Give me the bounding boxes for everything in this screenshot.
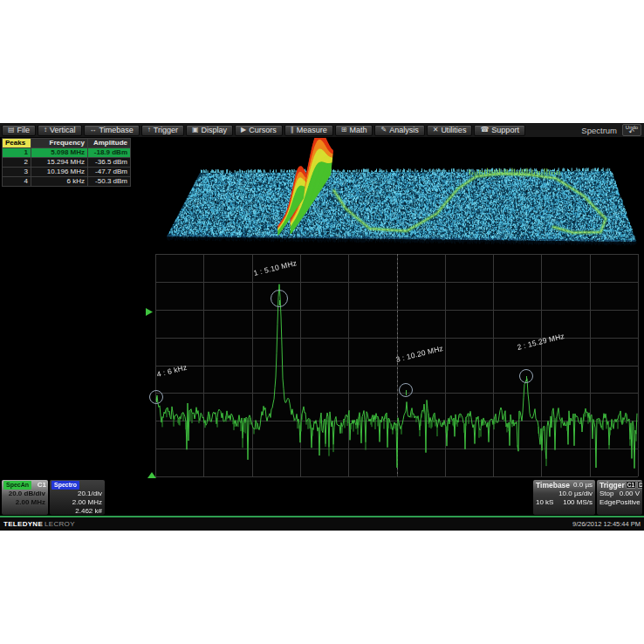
- table-row[interactable]: 2 15.294 MHz -36.5 dBm: [3, 158, 131, 168]
- brand-bold: TELEDYNE: [3, 520, 43, 528]
- specan-channel: C1: [38, 481, 46, 490]
- datetime-label: 9/26/2012 12:45:44 PM: [572, 520, 641, 528]
- menu-utilities[interactable]: ✕Utilities: [427, 125, 473, 136]
- menu-cursors[interactable]: ▶Cursors: [235, 125, 283, 136]
- menu-timebase[interactable]: ↔Timebase: [84, 125, 140, 136]
- status-bar: TELEDYNELECROY 9/26/2012 12:45:44 PM: [0, 516, 644, 531]
- math-icon: ⊞: [341, 127, 347, 134]
- undo-button[interactable]: Undo ↶: [622, 124, 641, 136]
- measure-icon: ∥: [291, 127, 294, 134]
- trigger-type: Edge: [599, 498, 616, 507]
- peak-frequency: 15.294 MHz: [31, 158, 88, 168]
- menu-display[interactable]: ▣Display: [186, 125, 233, 136]
- display-icon: ▣: [192, 127, 199, 134]
- support-icon: ☎: [480, 127, 489, 134]
- spectro-span: 2.00 MHz: [50, 498, 105, 507]
- peak-marker-3: [399, 383, 413, 397]
- spectro-frames: 2.462 k#: [50, 507, 105, 515]
- scope-screen: ▤File ↕Vertical ↔Timebase ↑Trigger ▣Disp…: [0, 123, 644, 531]
- peak-tick: [526, 376, 527, 381]
- peak-frequency: 10.196 MHz: [31, 168, 88, 177]
- amplitude-header-cell: Amplitude: [88, 139, 131, 148]
- menu-analysis-label: Analysis: [389, 126, 419, 134]
- menu-support-label: Support: [491, 126, 519, 134]
- peak-marker-4: [149, 390, 163, 404]
- frequency-header-cell: Frequency: [31, 139, 88, 148]
- menu-display-label: Display: [202, 126, 228, 134]
- trigger-source-badge: C1: [626, 481, 636, 489]
- timebase-scale: 10.0 µs/div: [533, 490, 595, 498]
- vertical-icon: ↕: [44, 127, 47, 134]
- peak-marker-2: [519, 369, 533, 383]
- table-row[interactable]: 4 6 kHz -50.3 dBm: [3, 177, 131, 187]
- trigger-level: 0.00 V: [620, 490, 640, 498]
- menu-file[interactable]: ▤File: [2, 125, 36, 136]
- menu-math[interactable]: ⊞Math: [335, 125, 373, 136]
- menu-vertical[interactable]: ↕Vertical: [38, 125, 82, 136]
- peak-number: 1: [3, 148, 31, 158]
- brand-logo: TELEDYNELECROY: [3, 520, 75, 528]
- cursors-icon: ▶: [241, 127, 246, 134]
- analysis-icon: ✎: [380, 127, 387, 134]
- trigger-slope: Positive: [616, 498, 641, 507]
- peak-marker-1: [271, 290, 288, 307]
- app-mode-label: Spectrum: [581, 126, 617, 135]
- trigger-coupling-badge: DC: [637, 481, 642, 489]
- timebase-icon: ↔: [90, 127, 97, 134]
- menu-bar: ▤File ↕Vertical ↔Timebase ↑Trigger ▣Disp…: [0, 123, 644, 138]
- timebase-title: Timebase: [536, 481, 570, 490]
- brand-light: LECROY: [45, 520, 75, 528]
- peak-amplitude: -36.5 dBm: [88, 158, 131, 168]
- peak-tick: [406, 390, 407, 395]
- peak-frequency: 6 kHz: [31, 177, 88, 187]
- peak-frequency: 5.098 MHz: [31, 148, 88, 158]
- peak-tick: [279, 300, 280, 305]
- peak-number: 4: [3, 177, 31, 187]
- table-row[interactable]: 3 10.196 MHz -47.7 dBm: [3, 168, 131, 177]
- menu-vertical-label: Vertical: [50, 126, 76, 134]
- spectro-badge: Spectro: [51, 481, 79, 490]
- menu-measure-label: Measure: [297, 126, 327, 134]
- spectrogram-descriptor-box[interactable]: Spectro 20.1/div 2.00 MHz 2.462 k#: [50, 480, 105, 515]
- peak-amplitude: -18.9 dBm: [88, 148, 131, 158]
- peak-tick: [156, 397, 157, 402]
- peak-number: 2: [3, 158, 31, 168]
- menu-utilities-label: Utilities: [441, 126, 466, 134]
- specan-horizontal-scale: 2.00 MHz: [2, 498, 48, 507]
- trigger-box[interactable]: Trigger C1DC Stop 0.00 V Edge Positive: [597, 480, 642, 515]
- trigger-icon: ↑: [147, 127, 151, 134]
- timebase-offset: 0.0 µs: [573, 481, 593, 490]
- menu-measure[interactable]: ∥Measure: [284, 125, 333, 136]
- menu-trigger-label: Trigger: [154, 126, 178, 134]
- file-icon: ▤: [8, 127, 15, 134]
- specan-descriptor-box[interactable]: SpecAn C1 20.0 dB/div 2.00 MHz: [2, 480, 48, 515]
- menu-trigger[interactable]: ↑Trigger: [141, 125, 184, 136]
- table-row[interactable]: 1 5.098 MHz -18.9 dBm: [3, 148, 131, 158]
- peaks-header-cell: Peaks: [3, 139, 31, 148]
- specan-vertical-scale: 20.0 dB/div: [2, 490, 48, 498]
- menu-file-label: File: [17, 126, 31, 134]
- trigger-title: Trigger: [599, 481, 625, 490]
- specan-badge: SpecAn: [3, 481, 31, 490]
- undo-icon: ↶: [629, 129, 635, 136]
- peak-amplitude: -47.7 dBm: [88, 168, 131, 177]
- trigger-mode: Stop: [599, 490, 613, 498]
- menu-support[interactable]: ☎Support: [474, 125, 525, 136]
- peak-number: 3: [3, 168, 31, 177]
- peaks-table: Peaks Frequency Amplitude 1 5.098 MHz -1…: [2, 138, 131, 187]
- spectro-scale: 20.1/div: [50, 490, 105, 498]
- timebase-rate: 100 MS/s: [563, 498, 593, 507]
- menu-math-label: Math: [349, 126, 367, 134]
- menu-cursors-label: Cursors: [249, 126, 277, 134]
- peaks-table-header: Peaks Frequency Amplitude: [3, 139, 131, 148]
- timebase-samples: 10 kS: [536, 498, 553, 507]
- utilities-icon: ✕: [433, 127, 439, 134]
- timebase-box[interactable]: Timebase 0.0 µs 10.0 µs/div 10 kS 100 MS…: [533, 480, 595, 515]
- screenshot-page: ▤File ↕Vertical ↔Timebase ↑Trigger ▣Disp…: [0, 0, 644, 644]
- menu-timebase-label: Timebase: [99, 126, 134, 134]
- peak-amplitude: -50.3 dBm: [88, 177, 131, 187]
- menu-analysis[interactable]: ✎Analysis: [374, 125, 424, 136]
